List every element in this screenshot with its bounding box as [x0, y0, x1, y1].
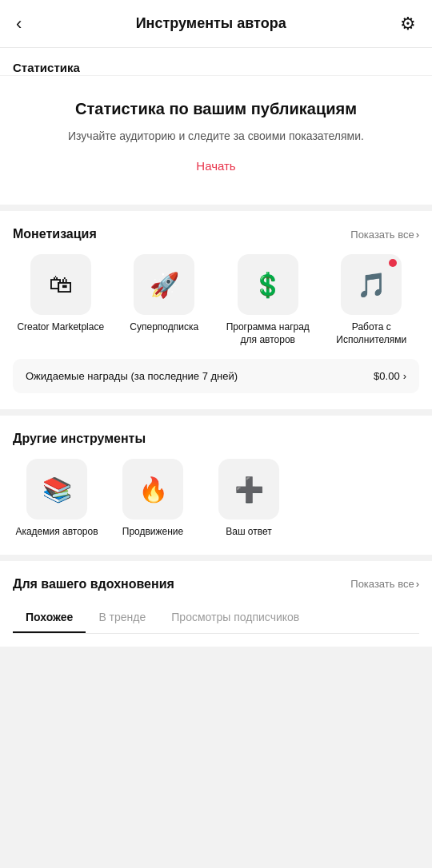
inspiration-show-all[interactable]: Показать все ›	[350, 578, 419, 590]
statistics-label: Статистика	[13, 61, 80, 74]
inspiration-tabs: Похожее В тренде Просмотры подписчиков	[13, 604, 419, 634]
tool-item-creator-academy[interactable]: 📚 Академия авторов	[13, 459, 101, 539]
monetization-item-work-with-artists[interactable]: 🎵 Работа с Исполнителями	[324, 254, 420, 346]
chevron-right-rewards-icon: ›	[403, 370, 406, 382]
creator-academy-label: Академия авторов	[15, 526, 98, 539]
monetization-header: Монетизация Показать все ›	[13, 227, 419, 241]
stats-card-title: Статистика по вашим публикациям	[29, 100, 403, 118]
monetization-item-creator-marketplace[interactable]: 🛍 Creator Marketplace	[13, 254, 109, 346]
tool-item-promotion[interactable]: 🔥 Продвижение	[109, 459, 197, 539]
monetization-section: Монетизация Показать все › 🛍 Creator Mar…	[0, 211, 432, 409]
super-subscription-label: Суперподписка	[130, 321, 198, 334]
rewards-row-text: Ожидаемые награды (за последние 7 дней)	[26, 370, 238, 382]
rewards-program-label: Программа наград для авторов	[220, 321, 316, 346]
monetization-show-all[interactable]: Показать все ›	[350, 229, 419, 241]
your-answer-icon: ➕	[234, 476, 264, 504]
back-icon[interactable]: ‹	[16, 14, 22, 34]
super-subscription-icon-wrap: 🚀	[134, 254, 194, 315]
stats-start-link[interactable]: Начать	[29, 159, 403, 173]
work-with-artists-icon: 🎵	[357, 271, 386, 299]
creator-marketplace-label: Creator Marketplace	[17, 321, 104, 334]
creator-marketplace-icon: 🛍	[49, 271, 73, 298]
header: ‹ Инструменты автора ⚙	[0, 0, 432, 48]
your-answer-label: Ваш ответ	[226, 526, 272, 539]
monetization-item-rewards-program[interactable]: 💲 Программа наград для авторов	[220, 254, 316, 346]
tab-subscriber-views[interactable]: Просмотры подписчиков	[158, 604, 312, 633]
settings-icon[interactable]: ⚙	[400, 14, 416, 34]
chevron-right-inspo-icon: ›	[416, 578, 419, 590]
page-title: Инструменты автора	[136, 15, 286, 32]
promotion-icon-wrap: 🔥	[122, 459, 183, 520]
promotion-label: Продвижение	[122, 526, 184, 539]
rewards-row[interactable]: Ожидаемые награды (за последние 7 дней) …	[13, 359, 419, 393]
promotion-icon: 🔥	[138, 476, 168, 504]
statistics-section-header: Статистика	[0, 48, 432, 76]
statistics-card: Статистика по вашим публикациям Изучайте…	[0, 76, 432, 205]
work-with-artists-icon-wrap: 🎵	[341, 254, 402, 315]
rewards-program-icon: 💲	[253, 271, 282, 299]
inspiration-title: Для вашего вдохновения	[13, 577, 174, 591]
monetization-grid: 🛍 Creator Marketplace 🚀 Суперподписка 💲 …	[13, 254, 419, 346]
other-tools-title: Другие инструменты	[13, 432, 146, 446]
super-subscription-icon: 🚀	[150, 271, 179, 299]
your-answer-icon-wrap: ➕	[218, 459, 279, 520]
tab-similar[interactable]: Похожее	[13, 604, 86, 633]
creator-marketplace-icon-wrap: 🛍	[30, 254, 91, 315]
creator-academy-icon: 📚	[42, 476, 72, 504]
tool-item-your-answer[interactable]: ➕ Ваш ответ	[205, 459, 293, 539]
inspiration-header: Для вашего вдохновения Показать все ›	[13, 577, 419, 591]
creator-academy-icon-wrap: 📚	[26, 459, 87, 520]
other-tools-section: Другие инструменты 📚 Академия авторов 🔥 …	[0, 416, 432, 555]
chevron-right-icon: ›	[416, 229, 419, 241]
work-with-artists-label: Работа с Исполнителями	[324, 321, 420, 346]
monetization-title: Монетизация	[13, 227, 97, 241]
monetization-item-super-subscription[interactable]: 🚀 Суперподписка	[117, 254, 213, 346]
rewards-program-icon-wrap: 💲	[238, 254, 298, 315]
notification-dot	[389, 259, 397, 267]
stats-card-content: Статистика по вашим публикациям Изучайте…	[13, 76, 419, 189]
other-tools-header: Другие инструменты	[13, 432, 419, 446]
rewards-row-amount: $0.00 ›	[374, 370, 406, 382]
tab-trending[interactable]: В тренде	[86, 604, 158, 633]
inspiration-section: Для вашего вдохновения Показать все › По…	[0, 561, 432, 647]
other-tools-grid: 📚 Академия авторов 🔥 Продвижение ➕ Ваш о…	[13, 459, 419, 539]
stats-card-desc: Изучайте аудиторию и следите за своими п…	[29, 128, 403, 145]
